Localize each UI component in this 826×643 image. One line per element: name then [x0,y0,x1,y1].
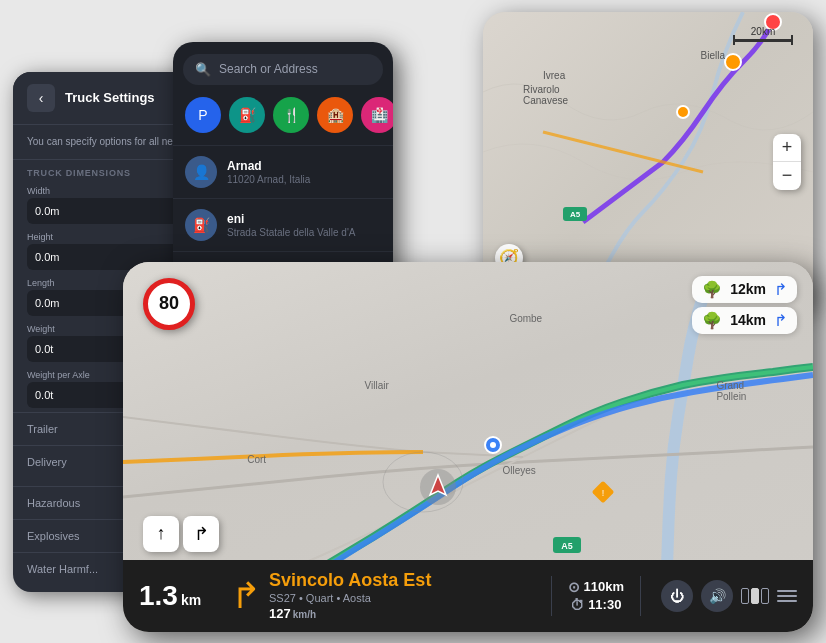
search-placeholder: Search or Address [219,62,318,76]
menu-line-3 [777,600,797,602]
result-addr-eni: Strada Statale della Valle d'A [227,227,355,238]
width-value: 0.0m [35,205,59,217]
route-distance-2: 14km [730,312,766,328]
next-street-info: Svincolo Aosta Est SS27 • Quart • Aosta … [269,570,547,621]
poi-parking-button[interactable]: P [185,97,221,133]
weight-value: 0.0t [35,343,53,355]
route-distance-1: 12km [730,281,766,297]
svg-point-4 [677,106,689,118]
height-value: 0.0m [35,251,59,263]
zoom-controls: + − [773,134,801,190]
svg-text:!: ! [602,488,605,498]
result-addr-arnad: 11020 Arnad, Italia [227,174,310,185]
zoom-in-button[interactable]: + [773,134,801,162]
weight-per-axle-value: 0.0t [35,389,53,401]
poi-hotel-button[interactable]: 🏨 [317,97,353,133]
zoom-out-button[interactable]: − [773,162,801,190]
restaurant-icon: 🍴 [283,107,300,123]
search-result-eni[interactable]: ⛽ eni Strada Statale della Valle d'A [173,198,393,251]
result-name-eni: eni [227,212,355,226]
nav-map-panel: A5 ! 80 🌳 12km [123,262,813,632]
turn-arrow-icon: ↱ [194,523,209,545]
route-info-box: 🌳 12km ↱ 🌳 14km ↱ [692,276,797,334]
menu-line-1 [777,590,797,592]
poi-fuel-button[interactable]: ⛽ [229,97,265,133]
length-value: 0.0m [35,297,59,309]
tree-icon-2: 🌳 [702,311,722,330]
divider-2 [640,576,641,616]
truck-panel-title: Truck Settings [65,90,155,105]
scale-bar [733,39,793,42]
eta-stat: ⏱ 11:30 [570,597,621,613]
svg-text:A5: A5 [561,541,573,551]
lane-assist[interactable] [741,588,769,604]
poi-categories: P ⛽ 🍴 🏨 🏥 [173,97,393,145]
result-icon-eni: ⛽ [185,209,217,241]
nav-bottom-controls: ⏻ 🔊 [645,580,813,612]
route-option-2[interactable]: 🌳 14km ↱ [692,307,797,334]
route-turn-1: ↱ [774,280,787,299]
power-icon: ⏻ [670,588,684,604]
nav-straight-arrow[interactable]: ↑ [143,516,179,552]
back-icon: ‹ [39,90,44,106]
map-scale: 20km [733,26,793,42]
nav-map-background: A5 ! 80 🌳 12km [123,262,813,632]
nav-stats: ⊙ 110km ⏱ 11:30 [556,579,636,613]
distance-stat-icon: ⊙ [568,579,580,595]
nav-bottom-bar: 1.3 km ↱ Svincolo Aosta Est SS27 • Quart… [123,560,813,632]
total-distance-value: 110km [584,579,624,594]
street-sub-info: SS27 • Quart • Aosta [269,592,371,604]
svg-point-3 [725,54,741,70]
hotel-icon: 🏨 [327,107,344,123]
svg-point-14 [490,442,496,448]
menu-button[interactable] [777,590,797,602]
eta-icon: ⏱ [570,597,584,613]
distance-number: 1.3 [139,580,178,612]
street-name: Svincolo Aosta Est [269,570,547,591]
poi-restaurant-button[interactable]: 🍴 [273,97,309,133]
divider-1 [551,576,552,616]
svg-text:A5: A5 [570,210,581,219]
parking-icon: P [198,107,207,123]
remaining-distance: 1.3 km [123,580,223,612]
nav-direction-arrows: ↑ ↱ [143,516,219,552]
nav-turn-arrow[interactable]: ↱ [183,516,219,552]
result-text-arnad: Arnad 11020 Arnad, Italia [227,159,310,185]
result-name-arnad: Arnad [227,159,310,173]
city-label-ivrea: Ivrea [543,70,565,81]
sound-button[interactable]: 🔊 [701,580,733,612]
turn-direction-icon: ↱ [223,575,269,617]
result-icon-arnad: 👤 [185,156,217,188]
search-result-arnad[interactable]: 👤 Arnad 11020 Arnad, Italia [173,145,393,198]
city-label-biella: Biella [701,50,725,61]
scale-label: 20km [751,26,775,37]
route-option-1[interactable]: 🌳 12km ↱ [692,276,797,303]
speed-limit-sign: 80 [143,278,195,330]
result-text-eni: eni Strada Statale della Valle d'A [227,212,355,238]
tree-icon-1: 🌳 [702,280,722,299]
speed-limit-value: 80 [159,293,179,314]
hospital-icon: 🏥 [371,107,388,123]
current-speed-value: 127 [269,606,291,621]
poi-hospital-button[interactable]: 🏥 [361,97,393,133]
distance-unit: km [181,592,201,608]
fuel-icon: ⛽ [239,107,256,123]
sound-icon: 🔊 [709,588,726,604]
city-label-rivarolo: RivaroloCanavese [523,84,568,106]
current-speed-unit: km/h [293,606,316,621]
menu-line-2 [777,595,797,597]
power-button[interactable]: ⏻ [661,580,693,612]
scene: ‹ Truck Settings You can specify options… [13,12,813,632]
search-bar[interactable]: 🔍 Search or Address [183,54,383,85]
eta-value: 11:30 [588,597,621,612]
back-button[interactable]: ‹ [27,84,55,112]
straight-arrow-icon: ↑ [157,523,166,544]
route-turn-2: ↱ [774,311,787,330]
total-distance-stat: ⊙ 110km [568,579,624,595]
search-icon: 🔍 [195,62,211,77]
